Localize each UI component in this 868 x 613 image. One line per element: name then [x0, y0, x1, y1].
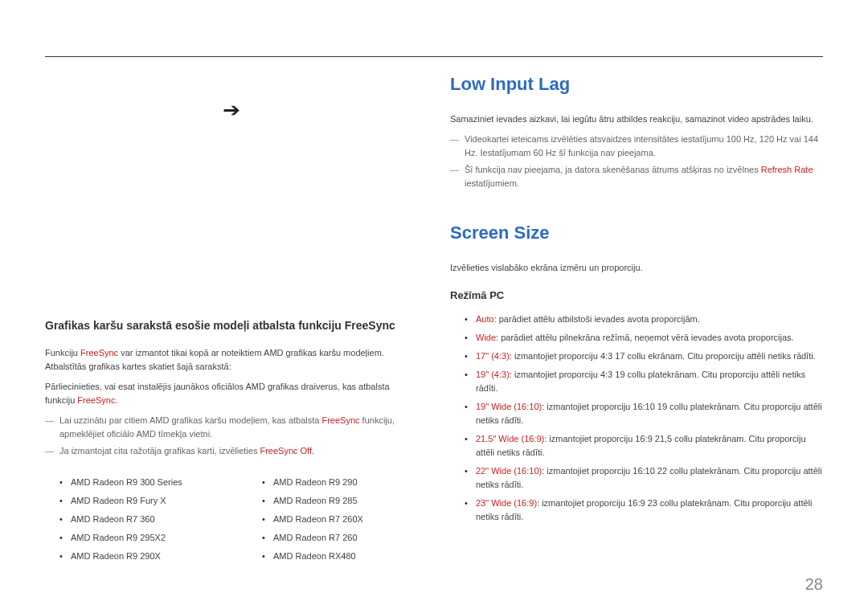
text: Lai uzzinātu par citiem AMD grafikas kar…: [59, 415, 321, 425]
two-column-layout: ➔ Grafikas karšu sarakstā esošie modeļi …: [45, 71, 823, 573]
list-item: AMD Radeon R7 360: [59, 513, 215, 526]
list-item: 19" Wide (16:10): izmantojiet proporciju…: [465, 400, 823, 427]
mode-label: 17" (4:3): [476, 351, 510, 361]
right-column: Low Input Lag Samaziniet ievades aizkavi…: [450, 71, 823, 573]
mode-text: : parādiet attēlu pilnekrāna režīmā, neņ…: [496, 333, 794, 342]
mode-label: 19" Wide (16:10): [476, 402, 542, 411]
gpu-list-right: AMD Radeon R9 290 AMD Radeon R9 285 AMD …: [248, 471, 418, 568]
heading-screen-size: Screen Size: [450, 219, 823, 247]
gpu-paragraph-2: Pārliecinieties, vai esat instalējis jau…: [45, 380, 418, 407]
mode-label: 19" (4:3): [476, 370, 510, 379]
list-item: AMD Radeon RX480: [262, 550, 418, 563]
freesync-term: FreeSync: [80, 348, 118, 358]
top-rule: [45, 56, 823, 57]
note-other-vendor: Ja izmantojat cita ražotāja grafikas kar…: [45, 444, 418, 458]
mode-label: 21.5" Wide (16:9): [476, 434, 544, 443]
list-item: AMD Radeon R9 290: [262, 476, 418, 489]
text: Ja izmantojat cita ražotāja grafikas kar…: [59, 446, 260, 456]
freesync-term: FreeSync.: [77, 395, 117, 405]
mode-label: Wide: [476, 333, 496, 342]
list-item: 21.5" Wide (16:9): izmantojiet proporcij…: [465, 432, 823, 460]
gpu-card-lists: AMD Radeon R9 300 Series AMD Radeon R9 F…: [45, 466, 418, 573]
list-item: AMD Radeon R9 300 Series: [59, 476, 215, 489]
list-item: 17" (4:3): izmantojiet proporciju 4:3 17…: [465, 349, 823, 363]
list-item: 23" Wide (16:9): izmantojiet proporciju …: [465, 497, 823, 524]
heading-low-input-lag: Low Input Lag: [450, 71, 823, 98]
list-item: Auto: parādiet attēlu atbilstoši ievades…: [465, 313, 823, 326]
arrow-row: ➔: [45, 95, 418, 125]
mode-text: : parādiet attēlu atbilstoši ievades avo…: [494, 314, 700, 324]
list-item: 22" Wide (16:10): izmantojiet proporciju…: [465, 464, 823, 492]
mode-label: 23" Wide (16:9): [476, 498, 537, 508]
list-item: AMD Radeon R9 290X: [59, 550, 215, 563]
refresh-rate-term: Refresh Rate: [761, 165, 813, 174]
mode-text: : izmantojiet proporciju 4:3 17 collu ek…: [510, 351, 816, 361]
page-number: 28: [805, 572, 823, 597]
text: Funkciju: [45, 348, 80, 358]
freesync-off-term: FreeSync Off: [260, 446, 312, 456]
list-item: AMD Radeon R9 285: [262, 494, 418, 508]
gpu-paragraph-1: Funkciju FreeSync var izmantot tikai kop…: [45, 346, 418, 374]
heading-pc-mode: Režīmā PC: [450, 288, 823, 304]
mode-label: 22" Wide (16:10): [476, 466, 542, 476]
list-item: AMD Radeon R9 Fury X: [59, 494, 215, 508]
screen-size-desc: Izvēlieties vislabāko ekrāna izmēru un p…: [450, 261, 823, 275]
list-item: AMD Radeon R7 260X: [262, 513, 418, 526]
low-input-desc: Samaziniet ievades aizkavi, lai iegūtu ā…: [450, 112, 823, 126]
gpu-list-left: AMD Radeon R9 300 Series AMD Radeon R9 F…: [45, 471, 215, 568]
text: Šī funkcija nav pieejama, ja datora sken…: [465, 165, 761, 174]
note-amd-site: Lai uzzinātu par citiem AMD grafikas kar…: [45, 414, 418, 441]
arrow-icon: ➔: [223, 95, 240, 125]
screen-mode-list: Auto: parādiet attēlu atbilstoši ievades…: [450, 313, 823, 525]
text: iestatījumiem.: [465, 178, 519, 188]
list-item: Wide: parādiet attēlu pilnekrāna režīmā,…: [465, 331, 823, 345]
low-input-note-2: Šī funkcija nav pieejama, ja datora sken…: [450, 163, 823, 190]
gpu-list-heading: Grafikas karšu sarakstā esošie modeļi at…: [45, 317, 418, 335]
list-item: 19" (4:3): izmantojiet proporciju 4:3 19…: [465, 368, 823, 395]
left-column: ➔ Grafikas karšu sarakstā esošie modeļi …: [45, 71, 418, 573]
mode-text: : izmantojiet proporciju 4:3 19 collu pl…: [476, 370, 805, 393]
low-input-note-1: Videokartei ieteicams izvēlēties atsvaid…: [450, 133, 823, 160]
text: .: [312, 446, 314, 456]
mode-label: Auto: [476, 314, 494, 324]
list-item: AMD Radeon R7 260: [262, 531, 418, 545]
list-item: AMD Radeon R9 295X2: [59, 531, 215, 545]
freesync-term: FreeSync: [321, 415, 359, 425]
